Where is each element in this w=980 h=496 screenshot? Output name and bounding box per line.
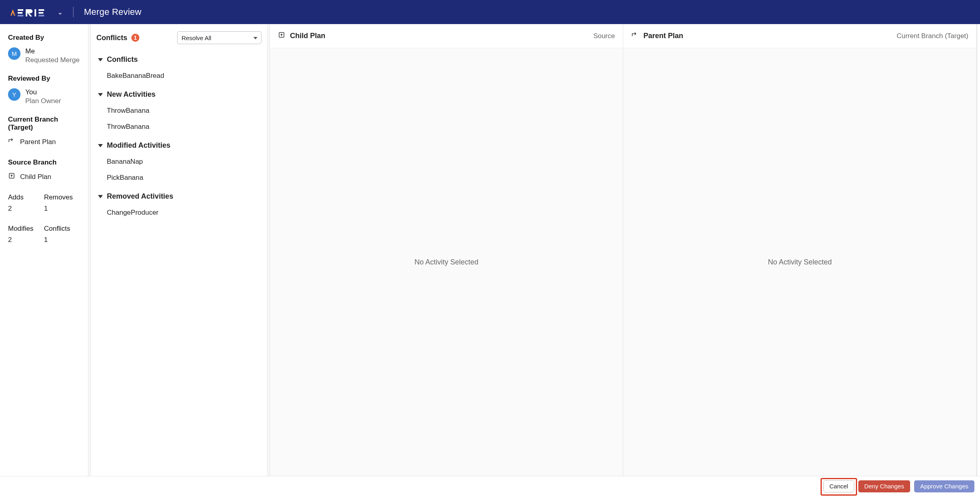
app-footer: Cancel Deny Changes Approve Changes bbox=[0, 476, 980, 496]
triangle-down-icon bbox=[98, 144, 103, 147]
removes-label: Removes bbox=[44, 193, 80, 201]
created-by-row: M Me Requested Merge bbox=[8, 47, 80, 64]
modifies-value: 2 bbox=[8, 236, 44, 244]
group-header[interactable]: New Activities bbox=[91, 86, 267, 103]
removes-value: 1 bbox=[44, 205, 80, 213]
group-header[interactable]: Modified Activities bbox=[91, 137, 267, 154]
conflicts-title: Conflicts bbox=[96, 34, 127, 42]
svg-rect-1 bbox=[18, 9, 23, 11]
current-branch-name: Parent Plan bbox=[20, 138, 56, 146]
created-by-name: Me bbox=[25, 47, 80, 55]
list-item[interactable]: BakeBananaBread bbox=[91, 68, 267, 84]
conflicts-panel: Conflicts 1 Resolve All ConflictsBakeBan… bbox=[91, 24, 267, 476]
source-branch-row: Child Plan bbox=[8, 172, 80, 181]
conflicts-label: Conflicts bbox=[44, 225, 80, 233]
resolve-all-select[interactable]: Resolve All bbox=[177, 31, 261, 44]
child-panel-tag: Source bbox=[593, 32, 615, 40]
chevron-down-icon: ⌄ bbox=[57, 8, 63, 16]
upload-icon bbox=[8, 172, 15, 181]
branch-target-icon bbox=[8, 137, 15, 146]
app-header: ⌄ Merge Review bbox=[0, 0, 980, 24]
brand-menu[interactable]: ⌄ bbox=[7, 7, 63, 17]
header-separator bbox=[73, 7, 74, 17]
group-title: Conflicts bbox=[107, 55, 138, 64]
parent-panel-empty: No Activity Selected bbox=[623, 48, 976, 476]
parent-panel-head: Parent Plan Current Branch (Target) bbox=[623, 24, 976, 48]
reviewed-by-label: Reviewed By bbox=[8, 75, 80, 83]
approve-button[interactable]: Approve Changes bbox=[914, 480, 974, 492]
parent-panel-tag: Current Branch (Target) bbox=[896, 32, 968, 40]
svg-marker-0 bbox=[10, 9, 15, 16]
list-item[interactable]: BananaNap bbox=[91, 154, 267, 170]
conflicts-header: Conflicts 1 Resolve All bbox=[91, 24, 267, 51]
source-branch-label: Source Branch bbox=[8, 159, 80, 167]
group-title: Modified Activities bbox=[107, 141, 170, 150]
cancel-button[interactable]: Cancel bbox=[823, 480, 854, 492]
child-panel: Child Plan Source No Activity Selected bbox=[270, 24, 623, 476]
svg-marker-5 bbox=[28, 13, 32, 16]
child-panel-title: Child Plan bbox=[290, 32, 325, 40]
svg-rect-7 bbox=[39, 9, 44, 11]
svg-rect-6 bbox=[35, 9, 36, 16]
list-item[interactable]: ThrowBanana bbox=[91, 103, 267, 119]
branch-target-icon bbox=[631, 31, 639, 41]
deny-button[interactable]: Deny Changes bbox=[858, 480, 910, 492]
group-list: ChangeProducer bbox=[91, 205, 267, 223]
counts-grid: Adds 2 Removes 1 Modifies 2 Conflicts 1 bbox=[8, 193, 80, 244]
current-branch-row: Parent Plan bbox=[8, 137, 80, 146]
group-header[interactable]: Conflicts bbox=[91, 51, 267, 68]
triangle-down-icon bbox=[98, 195, 103, 198]
reviewed-by-name: You bbox=[25, 88, 61, 96]
child-panel-head: Child Plan Source bbox=[270, 24, 623, 48]
current-branch-label: Current Branch (Target) bbox=[8, 116, 80, 132]
conflicts-badge: 1 bbox=[131, 34, 139, 42]
page-title: Merge Review bbox=[84, 7, 141, 17]
list-item[interactable]: PickBanana bbox=[91, 170, 267, 186]
adds-label: Adds bbox=[8, 193, 44, 201]
upload-icon bbox=[278, 31, 285, 41]
info-sidebar: Created By M Me Requested Merge Reviewed… bbox=[0, 24, 88, 476]
svg-rect-3 bbox=[18, 15, 23, 16]
conflicts-value: 1 bbox=[44, 236, 80, 244]
avatar: Y bbox=[8, 88, 20, 101]
modifies-label: Modifies bbox=[8, 225, 44, 233]
svg-rect-2 bbox=[18, 12, 22, 14]
svg-rect-9 bbox=[39, 15, 44, 16]
reviewed-by-sub: Plan Owner bbox=[25, 97, 61, 105]
adds-value: 2 bbox=[8, 205, 44, 213]
list-item[interactable]: ThrowBanana bbox=[91, 119, 267, 135]
reviewed-by-row: Y You Plan Owner bbox=[8, 88, 80, 105]
created-by-sub: Requested Merge bbox=[25, 56, 80, 64]
list-item[interactable]: ChangeProducer bbox=[91, 205, 267, 221]
parent-panel-title: Parent Plan bbox=[643, 32, 683, 40]
group-header[interactable]: Removed Activities bbox=[91, 188, 267, 205]
source-branch-name: Child Plan bbox=[20, 173, 51, 181]
parent-panel: Parent Plan Current Branch (Target) No A… bbox=[623, 24, 977, 476]
triangle-down-icon bbox=[98, 58, 103, 61]
group-list: BakeBananaBread bbox=[91, 68, 267, 86]
created-by-label: Created By bbox=[8, 34, 80, 42]
main-body: Created By M Me Requested Merge Reviewed… bbox=[0, 24, 980, 476]
scrollbar-edge[interactable] bbox=[977, 24, 980, 476]
svg-rect-8 bbox=[39, 12, 43, 14]
group-list: BananaNapPickBanana bbox=[91, 154, 267, 188]
avatar: M bbox=[8, 47, 20, 60]
svg-rect-4 bbox=[26, 9, 27, 16]
group-list: ThrowBananaThrowBanana bbox=[91, 103, 267, 137]
group-title: Removed Activities bbox=[107, 192, 173, 201]
group-title: New Activities bbox=[107, 90, 155, 99]
triangle-down-icon bbox=[98, 93, 103, 96]
child-panel-empty: No Activity Selected bbox=[270, 48, 623, 476]
aerie-logo bbox=[7, 7, 53, 17]
